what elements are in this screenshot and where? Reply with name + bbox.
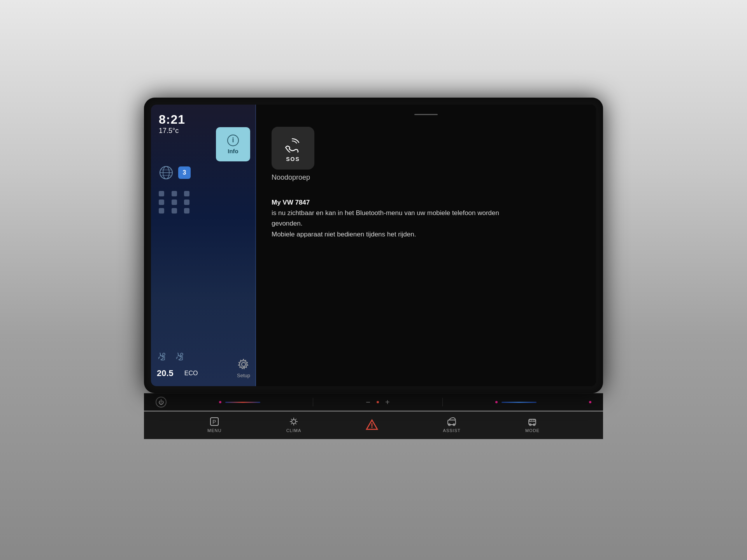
info-button[interactable]: i Info — [216, 127, 250, 161]
sidebar-bottom: 20.5 ECO Setup — [157, 351, 250, 378]
main-content: SOS Noodoproep My VW 7847 is nu zichtbaa… — [256, 105, 596, 386]
screen: 8:21 17.5°c i Info — [151, 105, 596, 386]
app-dot-3 — [184, 191, 189, 196]
fan-down-button[interactable]: − — [366, 398, 370, 407]
setup-button[interactable]: Setup — [237, 358, 250, 378]
hazard-button[interactable] — [366, 418, 378, 431]
clima-label: CLIMA — [286, 428, 302, 433]
svg-point-5 — [163, 353, 165, 355]
info-button-label: Info — [228, 148, 238, 154]
car-interior: 8:21 17.5°c i Info — [0, 0, 747, 560]
noodoproep-label: Noodoproep — [272, 173, 310, 182]
far-right-indicator — [589, 401, 591, 403]
power-button[interactable]: ⏻ — [156, 397, 167, 408]
svg-point-7 — [242, 362, 245, 366]
divider-2 — [442, 398, 443, 406]
app-dot-7 — [159, 208, 164, 214]
seat-heat-row — [157, 351, 198, 362]
left-indicator — [219, 401, 221, 403]
right-indicator — [495, 401, 498, 403]
info-line2: gevonden. — [272, 220, 302, 227]
svg-point-6 — [181, 353, 183, 355]
sos-text: SOS — [286, 156, 300, 162]
globe-icon[interactable] — [159, 165, 174, 180]
sidebar-top-row: 8:21 17.5°c i Info — [157, 112, 250, 138]
gear-icon — [237, 358, 250, 371]
menu-button[interactable]: P MENU — [207, 416, 221, 433]
svg-line-16 — [295, 423, 296, 424]
svg-point-21 — [372, 427, 373, 428]
assist-label: ASSIST — [443, 428, 461, 433]
clima-button[interactable]: CLIMA — [286, 416, 302, 433]
seat-heat-left-icon[interactable] — [157, 351, 168, 362]
app-dot-5 — [172, 200, 177, 205]
sos-button[interactable]: SOS — [272, 127, 314, 170]
svg-point-10 — [292, 420, 296, 424]
svg-rect-29 — [533, 420, 535, 421]
info-line1: is nu zichtbaar en kan in het Bluetooth-… — [272, 209, 499, 217]
mode-label: MODE — [525, 428, 540, 433]
seat-heat-right-icon[interactable] — [175, 351, 186, 362]
right-temp-bar — [502, 402, 537, 403]
time-temp: 8:21 17.5°c — [159, 112, 185, 135]
center-red-indicator — [377, 401, 379, 403]
menu-label: MENU — [207, 428, 221, 433]
assist-icon — [446, 416, 457, 427]
right-climate-zone — [495, 401, 537, 403]
fan-up-button[interactable]: + — [385, 398, 390, 407]
svg-text:P: P — [212, 419, 216, 425]
sos-phone-icon — [281, 134, 305, 154]
globe-row: 3 — [159, 165, 250, 180]
clima-icon — [288, 416, 299, 427]
setup-label: Setup — [237, 373, 250, 378]
hazard-icon — [366, 418, 378, 431]
app-dot-8 — [172, 208, 177, 214]
mode-button[interactable]: MODE — [525, 416, 540, 433]
screen-bezel: 8:21 17.5°c i Info — [144, 98, 603, 393]
top-indicator-line — [414, 114, 438, 115]
info-circle-icon: i — [227, 135, 239, 146]
app-dot-1 — [159, 191, 164, 196]
app-dot-6 — [184, 200, 189, 205]
climate-section: 20.5 ECO — [157, 351, 198, 378]
mode-icon — [527, 416, 538, 427]
svg-line-15 — [291, 419, 292, 420]
eco-mode-label[interactable]: ECO — [184, 370, 198, 377]
power-icon: ⏻ — [158, 399, 164, 405]
assist-button[interactable]: ASSIST — [443, 416, 461, 433]
device-name: My VW 7847 — [272, 199, 310, 206]
left-temp-bar — [225, 402, 260, 403]
temperature-display: 17.5°c — [159, 127, 185, 135]
svg-line-17 — [295, 419, 296, 420]
info-line3: Mobiele apparaat niet bedienen tijdens h… — [272, 231, 416, 238]
svg-line-18 — [291, 423, 292, 424]
divider-1 — [313, 398, 313, 406]
sidebar: 8:21 17.5°c i Info — [151, 105, 256, 386]
bottom-row-climate: 20.5 ECO — [157, 368, 198, 378]
sos-section: SOS Noodoproep — [272, 127, 580, 182]
app-dot-4 — [159, 200, 164, 205]
app-dot-9 — [184, 208, 189, 214]
svg-rect-28 — [530, 420, 531, 421]
info-text-block: My VW 7847 is nu zichtbaar en kan in het… — [272, 197, 580, 240]
apps-grid[interactable] — [159, 191, 194, 214]
menu-icon: P — [209, 416, 220, 427]
clock-display: 8:21 — [159, 112, 185, 127]
notification-badge[interactable]: 3 — [178, 166, 191, 179]
app-dot-2 — [172, 191, 177, 196]
center-controls: − + — [366, 398, 389, 407]
left-climate-zone — [219, 401, 260, 403]
climate-temp-value: 20.5 — [157, 368, 174, 378]
